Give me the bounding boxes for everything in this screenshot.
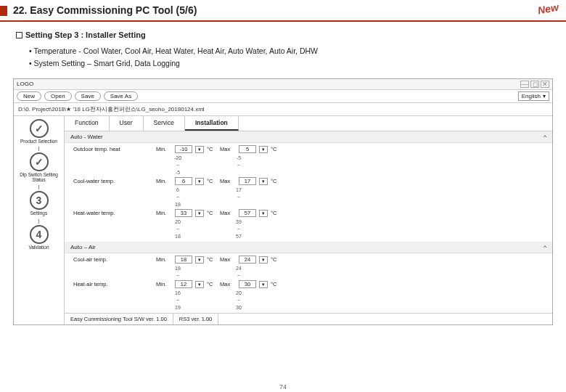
- language-select[interactable]: English▾: [518, 91, 549, 101]
- range-hint: 2039: [171, 219, 546, 226]
- page-number: 74: [0, 383, 566, 391]
- bullet-item: • Temperature - Cool Water, Cool Air, He…: [29, 45, 537, 57]
- max-value[interactable]: 30: [239, 280, 256, 288]
- maximize-button[interactable]: ◻: [530, 81, 539, 88]
- toolbar: New Open Save Save As English▾: [14, 90, 552, 103]
- range-hint: 1620: [171, 290, 546, 297]
- max-label: Max: [220, 281, 236, 287]
- chevron-down-icon: ▾: [543, 93, 546, 99]
- param-row: Heat-air temp. Min. 12 ▾ °C Max 30 ▾ °C: [73, 279, 546, 290]
- param-row: Outdoor temp. heat Min. -10 ▾ °C Max 5 ▾…: [73, 144, 546, 155]
- param-label: Heat-water temp.: [73, 210, 153, 216]
- dropdown-icon[interactable]: ▾: [195, 210, 204, 217]
- max-value[interactable]: 24: [239, 256, 256, 264]
- close-button[interactable]: ✕: [541, 81, 549, 88]
- step-2-icon[interactable]: [30, 152, 49, 171]
- step-4-icon[interactable]: 4: [30, 225, 49, 244]
- unit: °C: [207, 210, 217, 216]
- param-label: Heat-air temp.: [73, 281, 153, 287]
- range-hint: 1930: [171, 304, 546, 311]
- step-1-label: Product Selection: [20, 139, 57, 144]
- step-2-label: Dip Switch Setting Status: [15, 173, 62, 182]
- unit: °C: [207, 146, 217, 152]
- unit: °C: [271, 146, 281, 152]
- range-hint: -20-5: [171, 155, 546, 162]
- param-label: Cool-air temp.: [73, 256, 153, 263]
- app-window: LOGO — ◻ ✕ New Open Save Save As English…: [13, 78, 553, 325]
- tab-function[interactable]: Function: [65, 116, 110, 131]
- unit: °C: [207, 281, 217, 287]
- min-label: Min.: [156, 256, 172, 263]
- saveas-button[interactable]: Save As: [104, 91, 138, 101]
- range-hint: -5: [171, 169, 546, 176]
- dropdown-icon[interactable]: ▾: [195, 146, 204, 153]
- max-value[interactable]: 57: [239, 209, 256, 217]
- dropdown-icon[interactable]: ▾: [195, 256, 204, 264]
- save-button[interactable]: Save: [75, 91, 101, 101]
- max-value[interactable]: 5: [239, 145, 256, 153]
- open-button[interactable]: Open: [44, 91, 72, 101]
- param-row: Cool-water temp. Min. 6 ▾ °C Max 17 ▾ °C: [73, 176, 546, 187]
- group-auto-water[interactable]: Auto - Water^: [65, 131, 552, 143]
- range-hint: ~~: [171, 226, 546, 233]
- min-value[interactable]: 33: [175, 209, 192, 217]
- step-3-icon[interactable]: 3: [30, 191, 49, 210]
- step-sidebar: Product Selection Dip Switch Setting Sta…: [14, 116, 65, 324]
- unit: °C: [207, 256, 217, 263]
- max-label: Max: [220, 146, 236, 152]
- min-label: Min.: [156, 210, 172, 216]
- tab-installation[interactable]: Installation: [185, 116, 239, 131]
- range-hint: 18: [171, 201, 546, 208]
- min-value[interactable]: 12: [175, 280, 192, 288]
- min-label: Min.: [156, 146, 172, 152]
- step-3-label: Settings: [30, 211, 48, 216]
- unit: °C: [271, 178, 281, 184]
- slide-title: 22. Easy Commissioning PC Tool (5/6): [0, 0, 566, 22]
- range-hint: 617: [171, 187, 546, 194]
- unit: °C: [207, 178, 217, 184]
- param-row: Heat-water temp. Min. 33 ▾ °C Max 57 ▾ °…: [73, 208, 546, 219]
- min-label: Min.: [156, 281, 172, 287]
- new-button[interactable]: New: [17, 91, 41, 101]
- tab-user[interactable]: User: [110, 116, 144, 131]
- dropdown-icon[interactable]: ▾: [195, 281, 204, 288]
- min-value[interactable]: 6: [175, 177, 192, 185]
- app-logo: LOGO: [17, 81, 33, 87]
- min-value[interactable]: 18: [175, 256, 192, 264]
- collapse-icon: ^: [544, 244, 546, 250]
- max-label: Max: [220, 210, 236, 216]
- dropdown-icon[interactable]: ▾: [259, 146, 268, 153]
- minimize-button[interactable]: —: [520, 81, 529, 88]
- param-label: Outdoor temp. heat: [73, 146, 153, 152]
- dropdown-icon[interactable]: ▾: [259, 178, 268, 185]
- tab-bar: Function User Service Installation: [65, 116, 552, 131]
- sw-version: Easy Commissioning Tool S/W ver. 1.00: [65, 314, 173, 324]
- min-label: Min.: [156, 178, 172, 184]
- unit: °C: [271, 210, 281, 216]
- range-hint: ~~: [171, 194, 546, 201]
- unit: °C: [271, 281, 281, 287]
- param-row: Cool-air temp. Min. 18 ▾ °C Max 24 ▾ °C: [73, 255, 546, 265]
- window-titlebar: LOGO — ◻ ✕: [14, 79, 552, 90]
- param-label: Cool-water temp.: [73, 178, 153, 184]
- dropdown-icon[interactable]: ▾: [259, 281, 268, 288]
- range-hint: ~~: [171, 162, 546, 169]
- square-bullet-icon: [16, 32, 22, 38]
- unit: °C: [271, 256, 281, 263]
- min-value[interactable]: -10: [175, 145, 192, 153]
- range-hint: ~~: [171, 272, 546, 279]
- section-heading: Setting Step 3 : Installer Setting: [0, 22, 566, 42]
- range-hint: 1857: [171, 233, 546, 240]
- step-4-label: Validation: [28, 245, 49, 250]
- main-panel: Function User Service Installation Auto …: [65, 116, 552, 324]
- dropdown-icon[interactable]: ▾: [259, 256, 268, 264]
- tab-service[interactable]: Service: [144, 116, 185, 131]
- dropdown-icon[interactable]: ▾: [195, 178, 204, 185]
- file-path: D:\0. Project\2018\★ '18 LG전자시흥컨퍼런스\LG_s…: [14, 103, 552, 116]
- group-auto-air[interactable]: Auto – Air^: [65, 242, 552, 253]
- max-value[interactable]: 17: [239, 177, 256, 185]
- max-label: Max: [220, 256, 236, 263]
- dropdown-icon[interactable]: ▾: [259, 210, 268, 217]
- collapse-icon: ^: [544, 134, 546, 140]
- step-1-icon[interactable]: [30, 119, 49, 138]
